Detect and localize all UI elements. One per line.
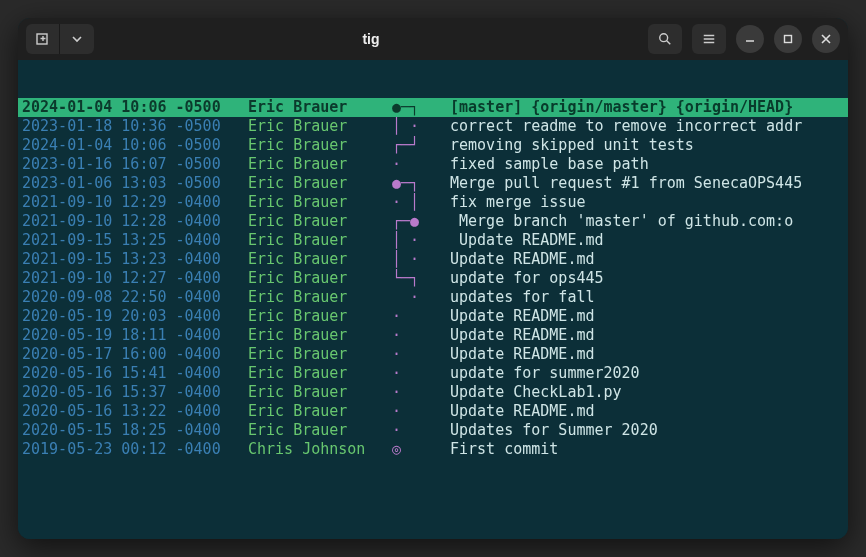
commit-graph: │ · bbox=[392, 117, 450, 136]
commit-date: 2020-05-16 13:22 -0400 bbox=[18, 402, 248, 421]
commit-author: Eric Brauer bbox=[248, 174, 392, 193]
commit-row[interactable]: 2023-01-18 10:36 -0500Eric Brauer │ · co… bbox=[18, 117, 848, 136]
commit-author: Chris Johnson bbox=[248, 440, 392, 459]
commit-author: Eric Brauer bbox=[248, 98, 392, 117]
commit-author: Eric Brauer bbox=[248, 269, 392, 288]
terminal-viewport[interactable]: 2024-01-04 10:06 -0500Eric Brauer ●─┐ [m… bbox=[18, 60, 848, 539]
commit-graph: · bbox=[392, 155, 450, 174]
commit-row[interactable]: 2020-09-08 22:50 -0400Eric Brauer · upda… bbox=[18, 288, 848, 307]
commit-message: updates for fall bbox=[450, 288, 848, 307]
commit-row[interactable]: 2021-09-15 13:23 -0400Eric Brauer │ · Up… bbox=[18, 250, 848, 269]
commit-author: Eric Brauer bbox=[248, 364, 392, 383]
close-button[interactable] bbox=[812, 25, 840, 53]
commit-row[interactable]: 2021-09-10 12:28 -0400Eric Brauer ┌─● Me… bbox=[18, 212, 848, 231]
new-tab-button[interactable] bbox=[26, 24, 60, 54]
commit-date: 2021-09-10 12:28 -0400 bbox=[18, 212, 248, 231]
hamburger-icon bbox=[702, 32, 716, 46]
svg-rect-2 bbox=[785, 36, 792, 43]
commit-refs: [master] {origin/master} {origin/HEAD} bbox=[450, 98, 793, 116]
commit-row[interactable]: 2020-05-19 20:03 -0400Eric Brauer · Upda… bbox=[18, 307, 848, 326]
commit-message: Update README.md bbox=[450, 307, 848, 326]
commit-graph: ◎ bbox=[392, 440, 450, 459]
commit-date: 2024-01-04 10:06 -0500 bbox=[18, 136, 248, 155]
commit-graph: ┌─● bbox=[392, 212, 450, 231]
commit-graph: · bbox=[392, 326, 450, 345]
commit-graph: │ · bbox=[392, 250, 450, 269]
commit-message: [master] {origin/master} {origin/HEAD} bbox=[450, 98, 848, 117]
commit-row[interactable]: 2020-05-15 18:25 -0400Eric Brauer · Upda… bbox=[18, 421, 848, 440]
commit-graph: ●─┐ bbox=[392, 174, 450, 193]
commit-row[interactable]: 2020-05-16 15:41 -0400Eric Brauer · upda… bbox=[18, 364, 848, 383]
commit-author: Eric Brauer bbox=[248, 136, 392, 155]
commit-message: First commit bbox=[450, 440, 848, 459]
commit-author: Eric Brauer bbox=[248, 231, 392, 250]
commit-message: Merge pull request #1 from SenecaOPS445 bbox=[450, 174, 848, 193]
commit-row[interactable]: 2024-01-04 10:06 -0500Eric Brauer ┌─┘ re… bbox=[18, 136, 848, 155]
menu-button[interactable] bbox=[692, 24, 726, 54]
commit-date: 2020-05-17 16:00 -0400 bbox=[18, 345, 248, 364]
commit-row[interactable]: 2021-09-15 13:25 -0400Eric Brauer │ · Up… bbox=[18, 231, 848, 250]
search-button[interactable] bbox=[648, 24, 682, 54]
commit-date: 2021-09-10 12:29 -0400 bbox=[18, 193, 248, 212]
commit-row[interactable]: 2021-09-10 12:29 -0400Eric Brauer · │ fi… bbox=[18, 193, 848, 212]
commit-graph: · bbox=[392, 383, 450, 402]
minimize-button[interactable] bbox=[736, 25, 764, 53]
maximize-button[interactable] bbox=[774, 25, 802, 53]
search-icon bbox=[658, 32, 672, 46]
commit-row[interactable]: 2023-01-16 16:07 -0500Eric Brauer · fixe… bbox=[18, 155, 848, 174]
commit-row[interactable]: 2020-05-16 13:22 -0400Eric Brauer · Upda… bbox=[18, 402, 848, 421]
commit-author: Eric Brauer bbox=[248, 212, 392, 231]
commit-author: Eric Brauer bbox=[248, 307, 392, 326]
commit-author: Eric Brauer bbox=[248, 345, 392, 364]
commit-date: 2020-05-19 20:03 -0400 bbox=[18, 307, 248, 326]
commit-date: 2021-09-15 13:25 -0400 bbox=[18, 231, 248, 250]
commit-date: 2023-01-06 13:03 -0500 bbox=[18, 174, 248, 193]
commit-row[interactable]: 2020-05-16 15:37 -0400Eric Brauer · Upda… bbox=[18, 383, 848, 402]
chevron-down-icon bbox=[72, 34, 82, 44]
commit-message: update for ops445 bbox=[450, 269, 848, 288]
commit-row[interactable]: 2024-01-04 10:06 -0500Eric Brauer ●─┐ [m… bbox=[18, 98, 848, 117]
commit-log: 2024-01-04 10:06 -0500Eric Brauer ●─┐ [m… bbox=[18, 98, 848, 459]
commit-date: 2024-01-04 10:06 -0500 bbox=[18, 98, 248, 117]
close-icon bbox=[821, 34, 831, 44]
commit-author: Eric Brauer bbox=[248, 193, 392, 212]
commit-graph: · bbox=[392, 402, 450, 421]
commit-message: Update README.md bbox=[450, 250, 848, 269]
commit-row[interactable]: 2019-05-23 00:12 -0400Chris Johnson ◎ Fi… bbox=[18, 440, 848, 459]
commit-message: Merge branch 'master' of github.com:o bbox=[450, 212, 848, 231]
commit-row[interactable]: 2023-01-06 13:03 -0500Eric Brauer ●─┐ Me… bbox=[18, 174, 848, 193]
commit-message: Update README.md bbox=[450, 231, 848, 250]
commit-graph: · bbox=[392, 345, 450, 364]
commit-row[interactable]: 2021-09-10 12:27 -0400Eric Brauer └─┐ up… bbox=[18, 269, 848, 288]
commit-message: update for summer2020 bbox=[450, 364, 848, 383]
commit-author: Eric Brauer bbox=[248, 117, 392, 136]
tab-dropdown-button[interactable] bbox=[60, 24, 94, 54]
commit-author: Eric Brauer bbox=[248, 383, 392, 402]
commit-author: Eric Brauer bbox=[248, 402, 392, 421]
commit-author: Eric Brauer bbox=[248, 288, 392, 307]
commit-message: removing skipped unit tests bbox=[450, 136, 848, 155]
commit-date: 2023-01-16 16:07 -0500 bbox=[18, 155, 248, 174]
svg-point-1 bbox=[660, 34, 668, 42]
commit-message: Update README.md bbox=[450, 326, 848, 345]
commit-message: correct readme to remove incorrect addr bbox=[450, 117, 848, 136]
commit-message: Update README.md bbox=[450, 402, 848, 421]
commit-date: 2020-09-08 22:50 -0400 bbox=[18, 288, 248, 307]
commit-date: 2020-05-16 15:37 -0400 bbox=[18, 383, 248, 402]
commit-message: fix merge issue bbox=[450, 193, 848, 212]
commit-graph: · bbox=[392, 288, 450, 307]
minimize-icon bbox=[745, 34, 755, 44]
titlebar: tig bbox=[18, 18, 848, 60]
commit-graph: · bbox=[392, 421, 450, 440]
commit-date: 2020-05-16 15:41 -0400 bbox=[18, 364, 248, 383]
commit-row[interactable]: 2020-05-19 18:11 -0400Eric Brauer · Upda… bbox=[18, 326, 848, 345]
commit-author: Eric Brauer bbox=[248, 421, 392, 440]
commit-message: Update CheckLab1.py bbox=[450, 383, 848, 402]
window-title: tig bbox=[94, 31, 648, 47]
commit-author: Eric Brauer bbox=[248, 155, 392, 174]
commit-graph: └─┐ bbox=[392, 269, 450, 288]
commit-graph: ●─┐ bbox=[392, 98, 450, 117]
titlebar-left bbox=[26, 24, 94, 54]
commit-row[interactable]: 2020-05-17 16:00 -0400Eric Brauer · Upda… bbox=[18, 345, 848, 364]
commit-date: 2020-05-19 18:11 -0400 bbox=[18, 326, 248, 345]
